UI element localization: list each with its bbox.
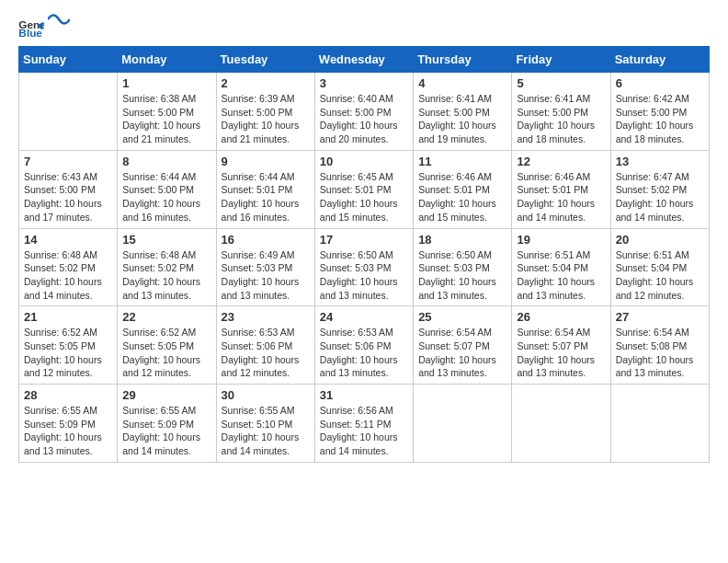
calendar-cell: 29Sunrise: 6:55 AM Sunset: 5:09 PM Dayli… [118,385,216,463]
day-info: Sunrise: 6:55 AM Sunset: 5:09 PM Dayligh… [24,404,112,458]
day-number: 27 [616,310,704,324]
calendar-week-row: 1Sunrise: 6:38 AM Sunset: 5:00 PM Daylig… [19,73,710,151]
day-info: Sunrise: 6:42 AM Sunset: 5:00 PM Dayligh… [616,92,704,146]
weekday-header: Sunday [19,47,118,73]
day-number: 19 [517,233,605,247]
calendar-week-row: 7Sunrise: 6:43 AM Sunset: 5:00 PM Daylig… [19,150,710,228]
logo-icon: General Blue [18,18,44,37]
calendar-week-row: 14Sunrise: 6:48 AM Sunset: 5:02 PM Dayli… [19,228,710,306]
day-number: 22 [122,310,210,324]
calendar-cell: 8Sunrise: 6:44 AM Sunset: 5:00 PM Daylig… [118,150,216,228]
day-info: Sunrise: 6:48 AM Sunset: 5:02 PM Dayligh… [24,248,112,303]
page-header: General Blue [18,18,710,37]
calendar-cell: 1Sunrise: 6:38 AM Sunset: 5:00 PM Daylig… [118,73,216,151]
day-number: 28 [24,388,112,402]
calendar-cell: 12Sunrise: 6:46 AM Sunset: 5:01 PM Dayli… [512,150,610,228]
day-info: Sunrise: 6:49 AM Sunset: 5:03 PM Dayligh… [222,248,310,303]
day-number: 2 [222,76,310,90]
calendar-cell: 9Sunrise: 6:44 AM Sunset: 5:01 PM Daylig… [216,150,314,228]
day-info: Sunrise: 6:39 AM Sunset: 5:00 PM Dayligh… [222,92,310,146]
calendar-cell: 11Sunrise: 6:46 AM Sunset: 5:01 PM Dayli… [414,150,512,228]
day-number: 3 [320,76,408,90]
day-number: 23 [222,310,310,324]
calendar-cell: 6Sunrise: 6:42 AM Sunset: 5:00 PM Daylig… [610,73,709,151]
day-info: Sunrise: 6:53 AM Sunset: 5:06 PM Dayligh… [222,326,310,380]
day-number: 14 [24,233,112,247]
day-info: Sunrise: 6:43 AM Sunset: 5:00 PM Dayligh… [24,170,112,224]
calendar-cell [19,73,118,151]
day-info: Sunrise: 6:44 AM Sunset: 5:01 PM Dayligh… [222,170,310,224]
day-number: 7 [24,155,112,168]
calendar-table: SundayMondayTuesdayWednesdayThursdayFrid… [18,46,710,463]
day-info: Sunrise: 6:56 AM Sunset: 5:11 PM Dayligh… [320,404,408,458]
weekday-header: Monday [118,47,216,73]
calendar-cell: 25Sunrise: 6:54 AM Sunset: 5:07 PM Dayli… [414,306,512,385]
calendar-cell: 2Sunrise: 6:39 AM Sunset: 5:00 PM Daylig… [216,73,314,151]
day-number: 20 [616,233,704,247]
day-number: 6 [616,76,704,90]
calendar-cell: 31Sunrise: 6:56 AM Sunset: 5:11 PM Dayli… [314,385,413,463]
calendar-cell: 4Sunrise: 6:41 AM Sunset: 5:00 PM Daylig… [414,73,512,151]
day-info: Sunrise: 6:54 AM Sunset: 5:07 PM Dayligh… [418,326,506,380]
day-info: Sunrise: 6:53 AM Sunset: 5:06 PM Dayligh… [320,326,408,380]
day-info: Sunrise: 6:41 AM Sunset: 5:00 PM Dayligh… [418,92,506,146]
calendar-cell [414,385,512,463]
day-number: 16 [222,233,310,247]
weekday-header: Friday [512,47,610,73]
day-info: Sunrise: 6:52 AM Sunset: 5:05 PM Dayligh… [24,326,112,380]
logo-wave-icon [48,11,70,28]
day-number: 17 [320,233,408,247]
weekday-header: Thursday [414,47,512,73]
calendar-cell: 22Sunrise: 6:52 AM Sunset: 5:05 PM Dayli… [118,306,216,385]
day-info: Sunrise: 6:41 AM Sunset: 5:00 PM Dayligh… [517,92,605,146]
day-info: Sunrise: 6:55 AM Sunset: 5:09 PM Dayligh… [122,404,210,458]
calendar-cell: 24Sunrise: 6:53 AM Sunset: 5:06 PM Dayli… [314,306,413,385]
day-info: Sunrise: 6:52 AM Sunset: 5:05 PM Dayligh… [122,326,210,380]
calendar-cell: 15Sunrise: 6:48 AM Sunset: 5:02 PM Dayli… [118,228,216,306]
logo: General Blue [18,18,70,37]
calendar-cell: 23Sunrise: 6:53 AM Sunset: 5:06 PM Dayli… [216,306,314,385]
calendar-cell: 30Sunrise: 6:55 AM Sunset: 5:10 PM Dayli… [216,385,314,463]
calendar-cell: 16Sunrise: 6:49 AM Sunset: 5:03 PM Dayli… [216,228,314,306]
day-number: 4 [418,76,506,90]
calendar-cell: 10Sunrise: 6:45 AM Sunset: 5:01 PM Dayli… [314,150,413,228]
day-number: 13 [616,155,704,168]
calendar-cell: 19Sunrise: 6:51 AM Sunset: 5:04 PM Dayli… [512,228,610,306]
day-info: Sunrise: 6:54 AM Sunset: 5:07 PM Dayligh… [517,326,605,380]
day-number: 26 [517,310,605,324]
day-number: 18 [418,233,506,247]
calendar-cell: 28Sunrise: 6:55 AM Sunset: 5:09 PM Dayli… [19,385,118,463]
day-number: 8 [122,155,210,168]
day-info: Sunrise: 6:46 AM Sunset: 5:01 PM Dayligh… [418,170,506,224]
day-info: Sunrise: 6:55 AM Sunset: 5:10 PM Dayligh… [222,404,310,458]
day-number: 15 [122,233,210,247]
day-info: Sunrise: 6:38 AM Sunset: 5:00 PM Dayligh… [122,92,210,146]
calendar-cell: 3Sunrise: 6:40 AM Sunset: 5:00 PM Daylig… [314,73,413,151]
day-number: 25 [418,310,506,324]
day-info: Sunrise: 6:51 AM Sunset: 5:04 PM Dayligh… [517,248,605,303]
calendar-cell: 27Sunrise: 6:54 AM Sunset: 5:08 PM Dayli… [610,306,709,385]
day-number: 12 [517,155,605,168]
svg-text:Blue: Blue [18,27,42,37]
day-info: Sunrise: 6:51 AM Sunset: 5:04 PM Dayligh… [616,248,704,303]
calendar-cell: 14Sunrise: 6:48 AM Sunset: 5:02 PM Dayli… [19,228,118,306]
day-number: 24 [320,310,408,324]
day-number: 10 [320,155,408,168]
day-info: Sunrise: 6:45 AM Sunset: 5:01 PM Dayligh… [320,170,408,224]
calendar-cell: 5Sunrise: 6:41 AM Sunset: 5:00 PM Daylig… [512,73,610,151]
calendar-cell: 7Sunrise: 6:43 AM Sunset: 5:00 PM Daylig… [19,150,118,228]
calendar-cell: 18Sunrise: 6:50 AM Sunset: 5:03 PM Dayli… [414,228,512,306]
day-info: Sunrise: 6:40 AM Sunset: 5:00 PM Dayligh… [320,92,408,146]
day-number: 5 [517,76,605,90]
day-number: 21 [24,310,112,324]
calendar-cell: 20Sunrise: 6:51 AM Sunset: 5:04 PM Dayli… [610,228,709,306]
day-info: Sunrise: 6:44 AM Sunset: 5:00 PM Dayligh… [122,170,210,224]
calendar-header-row: SundayMondayTuesdayWednesdayThursdayFrid… [19,47,710,73]
calendar-week-row: 28Sunrise: 6:55 AM Sunset: 5:09 PM Dayli… [19,385,710,463]
day-number: 1 [122,76,210,90]
calendar-cell: 26Sunrise: 6:54 AM Sunset: 5:07 PM Dayli… [512,306,610,385]
calendar-cell: 21Sunrise: 6:52 AM Sunset: 5:05 PM Dayli… [19,306,118,385]
day-info: Sunrise: 6:54 AM Sunset: 5:08 PM Dayligh… [616,326,704,380]
calendar-cell [610,385,709,463]
day-info: Sunrise: 6:48 AM Sunset: 5:02 PM Dayligh… [122,248,210,303]
